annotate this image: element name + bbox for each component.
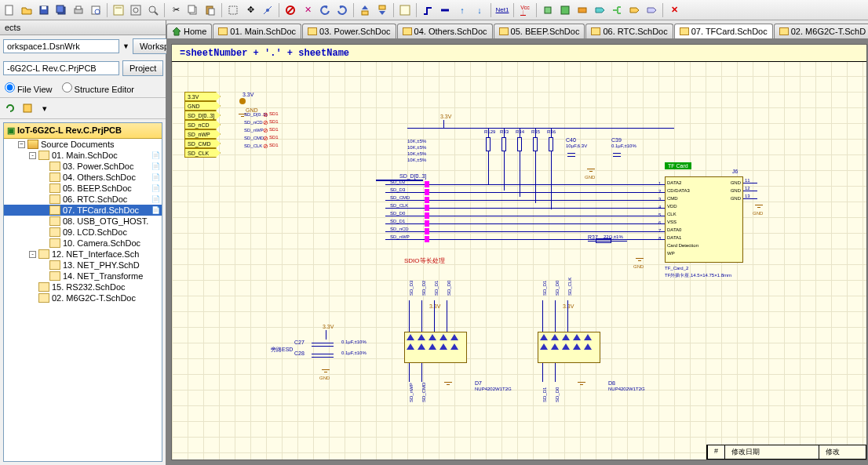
tree-item[interactable]: 15. RS232.SchDoc xyxy=(4,282,162,292)
tree-item[interactable]: 02. M6G2C-T.SchDoc xyxy=(4,292,162,303)
main-toolbar: ✂ ✥ ✕ ↑ ↓ Net1 Vcc⏊ ✕ xyxy=(0,0,868,20)
svg-rect-19 xyxy=(229,6,237,14)
svg-rect-18 xyxy=(209,9,214,15)
paste-icon[interactable] xyxy=(202,2,218,18)
svg-rect-30 xyxy=(24,104,31,112)
tree-item[interactable]: 06. RTC.SchDoc📄 xyxy=(4,194,162,205)
svg-rect-9 xyxy=(114,5,123,15)
place-part-icon[interactable] xyxy=(540,2,556,18)
port: SD_CMD xyxy=(184,139,221,148)
save-all-icon[interactable] xyxy=(53,2,69,18)
hierarchy-up-icon[interactable] xyxy=(357,2,373,18)
revision-table: # 修改日期 修改 xyxy=(706,445,866,460)
copy-icon[interactable] xyxy=(185,2,201,18)
new-icon[interactable] xyxy=(2,2,17,18)
c40-val: 10μF,6.3V xyxy=(566,143,587,148)
svg-rect-4 xyxy=(57,5,64,13)
snap-icon[interactable] xyxy=(260,2,275,18)
cut-icon[interactable]: ✂ xyxy=(168,2,184,18)
file-view-radio[interactable]: File View xyxy=(5,82,53,94)
j6-note1: TF_Card_2 xyxy=(665,266,688,271)
hierarchy-down-icon[interactable] xyxy=(374,2,390,18)
net-label-icon[interactable]: Net1 xyxy=(494,2,510,18)
svg-point-12 xyxy=(133,8,138,13)
sheet-symbol-icon[interactable] xyxy=(557,2,573,18)
tree-item[interactable]: -01. Main.SchDoc📄 xyxy=(4,150,162,161)
d8-part: NUP4202W1T2G xyxy=(608,387,645,391)
svg-line-14 xyxy=(155,12,158,15)
zoom-fit-icon[interactable] xyxy=(128,2,144,18)
harness-icon[interactable] xyxy=(609,2,625,18)
svg-rect-27 xyxy=(545,7,551,13)
right-connector2-icon[interactable] xyxy=(644,2,659,18)
no-erc-icon[interactable]: ✕ xyxy=(666,2,682,18)
tab[interactable]: 05. BEEP.SchDoc xyxy=(494,24,585,38)
svg-rect-24 xyxy=(362,11,368,15)
tree-item[interactable]: 14. NET_Transforme xyxy=(4,271,162,282)
options-icon[interactable]: ▾ xyxy=(37,100,53,116)
esd-3v3-label: 3.3V xyxy=(323,324,334,329)
right-connector-icon[interactable] xyxy=(626,2,642,18)
svg-rect-2 xyxy=(42,6,46,9)
svg-line-23 xyxy=(287,7,294,13)
sheet-entry-icon[interactable] xyxy=(574,2,590,18)
undo-icon[interactable] xyxy=(317,2,333,18)
open-icon[interactable] xyxy=(19,2,35,18)
page-icon[interactable] xyxy=(111,2,126,18)
schematic-canvas[interactable]: =sheetNumber + '.' + sheetName 3.3VGNDSD… xyxy=(171,44,867,460)
tab[interactable]: 01. Main.SchDoc xyxy=(213,24,301,38)
port-icon[interactable] xyxy=(592,2,607,18)
preview-icon[interactable] xyxy=(88,2,104,18)
d7-esd-array xyxy=(404,332,467,363)
wire-icon[interactable] xyxy=(420,2,436,18)
deny-icon[interactable] xyxy=(283,2,298,18)
tree-item[interactable]: 09. LCD.SchDoc xyxy=(4,227,162,238)
resistor xyxy=(533,137,538,151)
tfcard-badge: TF Card xyxy=(665,162,691,169)
tree-root[interactable]: ▣ IoT-6G2C-L Rev.C.PrjPCB xyxy=(4,123,162,139)
port: 3.3V xyxy=(184,92,221,101)
marquee-icon[interactable] xyxy=(225,2,241,18)
power-port-icon[interactable]: Vcc⏊ xyxy=(517,2,533,18)
port: GND xyxy=(184,101,221,111)
tree-item[interactable]: 13. NET_PHY.SchD xyxy=(4,260,162,271)
tree-item[interactable]: 03. Power.SchDoc📄 xyxy=(4,161,162,172)
up-arrow-icon[interactable]: ↑ xyxy=(454,2,470,18)
print-icon[interactable] xyxy=(71,2,86,18)
bus-icon[interactable] xyxy=(437,2,453,18)
tree-item[interactable]: 07. TFCard.SchDoc📄 xyxy=(4,205,162,216)
refresh-icon[interactable] xyxy=(2,100,18,116)
d7-3v3: 3.3V xyxy=(429,303,440,309)
move-icon[interactable]: ✥ xyxy=(243,2,258,18)
panel-title: ects xyxy=(0,20,166,35)
tab[interactable]: 04. Others.SchDoc xyxy=(397,24,493,38)
project-input[interactable] xyxy=(3,61,119,75)
zoom-in-icon[interactable] xyxy=(145,2,161,18)
tab[interactable]: 03. Power.SchDoc xyxy=(302,24,396,38)
down-arrow-icon[interactable]: ↓ xyxy=(472,2,487,18)
compile-icon[interactable] xyxy=(20,100,35,116)
tab[interactable]: 07. TFCard.SchDoc xyxy=(674,24,773,38)
svg-rect-28 xyxy=(561,6,569,14)
structure-radio[interactable]: Structure Editor xyxy=(62,82,134,94)
cap-gnd-icon xyxy=(586,169,596,175)
sheet-icon[interactable] xyxy=(397,2,413,18)
workspace-input[interactable] xyxy=(3,39,119,53)
tree-item[interactable]: 08. USB_OTG_HOST. xyxy=(4,216,162,227)
tab[interactable]: 06. RTC.SchDoc xyxy=(585,24,673,38)
save-icon[interactable] xyxy=(36,2,52,18)
tree-item[interactable]: 05. BEEP.SchDoc📄 xyxy=(4,183,162,194)
tab[interactable]: 02. M6G2C-T.SchD xyxy=(774,24,868,38)
c28-ref: C28 xyxy=(294,351,305,356)
link-icon[interactable]: ✕ xyxy=(300,2,315,18)
tree-item[interactable]: -12. NET_Interface.Sch xyxy=(4,249,162,260)
redo-icon[interactable] xyxy=(334,2,350,18)
tree-source-docs[interactable]: − Source Documents xyxy=(4,139,162,150)
project-button[interactable]: Project xyxy=(122,60,163,76)
c27-val: 0.1μF,±10% xyxy=(341,340,367,344)
tree-item[interactable]: 04. Others.SchDoc📄 xyxy=(4,172,162,183)
tab[interactable]: Home xyxy=(166,24,212,38)
projects-panel: ects ▼ Workspace Project File View Struc… xyxy=(0,20,166,465)
d7-gnd xyxy=(443,382,453,388)
tree-item[interactable]: 10. Camera.SchDoc xyxy=(4,238,162,249)
